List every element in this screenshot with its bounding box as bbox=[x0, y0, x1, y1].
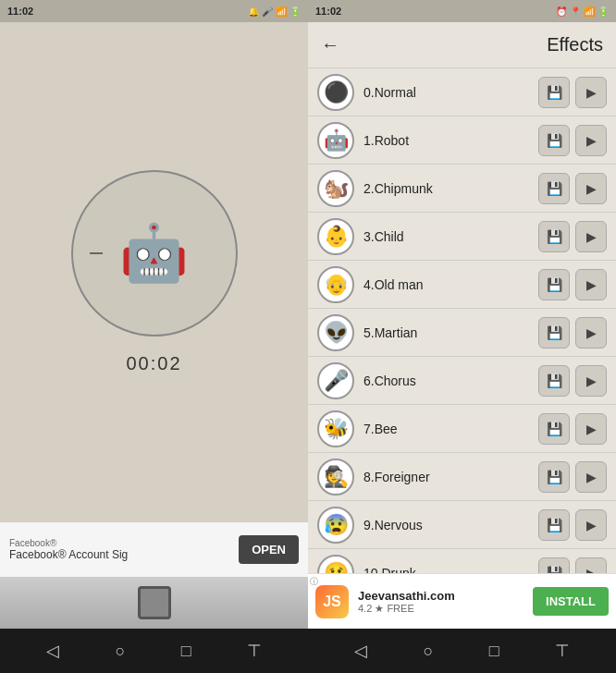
status-bar-left: 11:02 🔔 🎤 📶 🔋 bbox=[0, 0, 308, 22]
timer-display: 00:02 bbox=[126, 353, 181, 374]
effect-avatar-6: 🎤 bbox=[317, 362, 354, 399]
play-button-7[interactable]: ▶ bbox=[575, 413, 607, 445]
recent-nav-icon-left[interactable]: □ bbox=[181, 642, 191, 661]
effect-avatar-5: 👽 bbox=[317, 314, 354, 351]
save-button-3[interactable]: 💾 bbox=[538, 221, 570, 252]
play-button-4[interactable]: ▶ bbox=[575, 269, 607, 300]
save-icon: 💾 bbox=[547, 422, 562, 436]
play-button-10[interactable]: ▶ bbox=[575, 557, 607, 574]
mic-icon: 🎤 bbox=[262, 6, 273, 17]
save-icon: 💾 bbox=[547, 518, 562, 532]
status-bar-right: 11:02 ⏰ 📍 📶 🔋 bbox=[308, 0, 616, 22]
extra-nav-icon-right[interactable]: ⊤ bbox=[555, 641, 570, 661]
signal-icon-right: 📶 bbox=[584, 6, 595, 17]
save-icon: 💾 bbox=[547, 181, 562, 196]
open-button[interactable]: OPEN bbox=[239, 535, 299, 564]
back-button[interactable]: ← bbox=[321, 34, 339, 55]
play-button-6[interactable]: ▶ bbox=[575, 365, 607, 397]
effect-name-10: 10.Drunk bbox=[363, 566, 529, 574]
home-nav-icon-left[interactable]: ○ bbox=[115, 642, 125, 661]
signal-icon: 📶 bbox=[276, 6, 287, 17]
ad-info-icon-right: ⓘ bbox=[310, 576, 318, 588]
effect-actions-10: 💾▶ bbox=[538, 557, 607, 574]
effect-item-2: 🐿️2.Chipmunk💾▶ bbox=[308, 165, 616, 213]
home-nav-icon-right[interactable]: ○ bbox=[423, 642, 433, 661]
save-button-6[interactable]: 💾 bbox=[538, 365, 570, 397]
ad-info-left: Facebook® Facebook® Account Sig bbox=[9, 538, 128, 561]
ad-site: Jeevansathi.com bbox=[358, 589, 524, 603]
effect-avatar-7: 🐝 bbox=[317, 410, 354, 447]
status-icons-right: ⏰ 📍 📶 🔋 bbox=[556, 6, 609, 17]
effect-name-9: 9.Nervous bbox=[363, 518, 529, 532]
save-icon: 💾 bbox=[547, 229, 562, 244]
stop-button[interactable] bbox=[138, 586, 171, 619]
save-button-5[interactable]: 💾 bbox=[538, 317, 570, 349]
notification-icon: 🔔 bbox=[248, 6, 259, 17]
effect-avatar-4: 👴 bbox=[317, 266, 354, 303]
effect-actions-9: 💾▶ bbox=[538, 509, 607, 541]
save-button-4[interactable]: 💾 bbox=[538, 269, 570, 300]
play-button-5[interactable]: ▶ bbox=[575, 317, 607, 349]
play-icon: ▶ bbox=[586, 133, 597, 148]
effect-name-8: 8.Foreigner bbox=[363, 470, 529, 484]
play-button-9[interactable]: ▶ bbox=[575, 509, 607, 541]
save-icon: 💾 bbox=[547, 133, 562, 148]
effect-actions-7: 💾▶ bbox=[538, 413, 607, 445]
effect-name-2: 2.Chipmunk bbox=[363, 181, 529, 196]
save-button-8[interactable]: 💾 bbox=[538, 461, 570, 493]
save-button-0[interactable]: 💾 bbox=[538, 77, 570, 108]
effect-avatar-9: 😰 bbox=[317, 507, 354, 544]
back-nav-icon-left[interactable]: ◁ bbox=[46, 641, 59, 661]
location-icon: 📍 bbox=[570, 6, 581, 17]
effect-item-0: ⚫0.Normal💾▶ bbox=[308, 68, 616, 116]
save-button-2[interactable]: 💾 bbox=[538, 173, 570, 204]
time-left: 11:02 bbox=[7, 6, 33, 17]
play-button-0[interactable]: ▶ bbox=[575, 77, 607, 108]
left-panel: 11:02 🔔 🎤 📶 🔋 🤖 00:02 Facebook® Facebook… bbox=[0, 0, 308, 673]
recorder-main: 🤖 00:02 bbox=[0, 22, 308, 521]
save-button-7[interactable]: 💾 bbox=[538, 413, 570, 445]
effect-name-0: 0.Normal bbox=[363, 85, 529, 100]
effects-title: Effects bbox=[351, 34, 603, 55]
effect-avatar-3: 👶 bbox=[317, 218, 354, 255]
play-icon: ▶ bbox=[586, 518, 597, 532]
alarm-icon: ⏰ bbox=[556, 6, 567, 17]
back-nav-icon-right[interactable]: ◁ bbox=[354, 641, 367, 661]
save-button-9[interactable]: 💾 bbox=[538, 509, 570, 541]
effect-name-6: 6.Chorus bbox=[363, 373, 529, 388]
save-icon: 💾 bbox=[547, 325, 562, 340]
effect-actions-2: 💾▶ bbox=[538, 173, 607, 204]
ad-content-right: Jeevansathi.com 4.2 ★ FREE bbox=[358, 589, 524, 615]
ad-text-left: Facebook® Account Sig bbox=[9, 548, 128, 561]
play-button-8[interactable]: ▶ bbox=[575, 461, 607, 493]
play-button-3[interactable]: ▶ bbox=[575, 221, 607, 252]
extra-nav-icon-left[interactable]: ⊤ bbox=[247, 641, 262, 661]
effect-item-4: 👴4.Old man💾▶ bbox=[308, 261, 616, 309]
effect-item-9: 😰9.Nervous💾▶ bbox=[308, 501, 616, 549]
save-button-10[interactable]: 💾 bbox=[538, 557, 570, 574]
effect-actions-8: 💾▶ bbox=[538, 461, 607, 493]
recorder-circle: 🤖 bbox=[71, 170, 238, 336]
battery-icon-right: 🔋 bbox=[598, 6, 609, 17]
effect-actions-4: 💾▶ bbox=[538, 269, 607, 300]
play-icon: ▶ bbox=[586, 229, 597, 244]
ad-title-left: Facebook® Account Sig bbox=[9, 548, 128, 561]
save-button-1[interactable]: 💾 bbox=[538, 125, 570, 156]
effect-item-6: 🎤6.Chorus💾▶ bbox=[308, 357, 616, 405]
effects-header: ← Effects bbox=[308, 22, 616, 68]
ad-rating: 4.2 ★ FREE bbox=[358, 603, 524, 615]
effect-actions-0: 💾▶ bbox=[538, 77, 607, 108]
save-icon: 💾 bbox=[547, 85, 562, 100]
effect-actions-1: 💾▶ bbox=[538, 125, 607, 156]
effect-name-1: 1.Robot bbox=[363, 133, 529, 148]
effect-item-8: 🕵️8.Foreigner💾▶ bbox=[308, 453, 616, 501]
play-button-2[interactable]: ▶ bbox=[575, 173, 607, 204]
effect-item-7: 🐝7.Bee💾▶ bbox=[308, 405, 616, 453]
install-button[interactable]: INSTALL bbox=[533, 587, 609, 616]
effect-name-7: 7.Bee bbox=[363, 422, 529, 436]
save-icon: 💾 bbox=[547, 566, 562, 574]
play-button-1[interactable]: ▶ bbox=[575, 125, 607, 156]
ad-bar-left: Facebook® Facebook® Account Sig OPEN bbox=[0, 521, 308, 577]
recent-nav-icon-right[interactable]: □ bbox=[489, 642, 499, 661]
effect-item-1: 🤖1.Robot💾▶ bbox=[308, 116, 616, 165]
